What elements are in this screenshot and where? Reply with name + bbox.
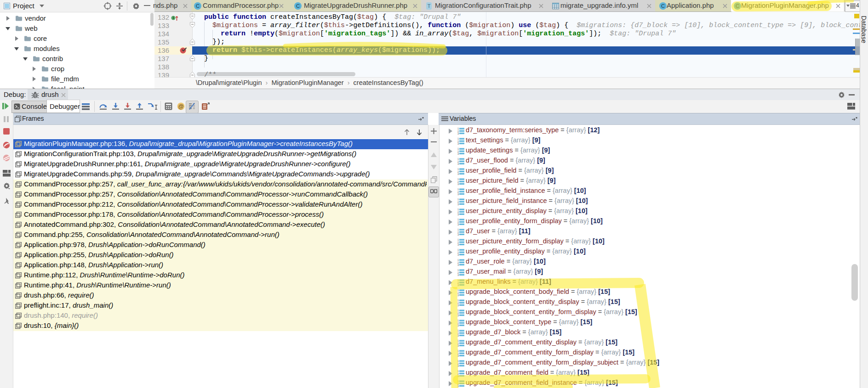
svg-text:3: 3 — [457, 385, 459, 387]
svg-text:3: 3 — [457, 243, 459, 246]
svg-text:3: 3 — [457, 213, 459, 215]
svg-text:3: 3 — [457, 183, 459, 185]
svg-text:3: 3 — [457, 264, 459, 266]
svg-text:3: 3 — [457, 203, 459, 205]
svg-text:3: 3 — [457, 132, 459, 135]
svg-text:C: C — [736, 3, 739, 9]
svg-text:3: 3 — [457, 274, 459, 276]
svg-text:3: 3 — [457, 284, 459, 286]
svg-text:3: 3 — [457, 193, 459, 195]
svg-text:3: 3 — [457, 375, 459, 377]
svg-text:3: 3 — [457, 173, 459, 175]
svg-text:3: 3 — [457, 314, 459, 316]
svg-text:3: 3 — [457, 334, 459, 337]
svg-text:@: @ — [178, 103, 183, 110]
svg-text:3: 3 — [457, 233, 459, 236]
svg-text:C: C — [661, 3, 665, 9]
svg-text:T: T — [428, 3, 431, 9]
svg-text:3: 3 — [457, 324, 459, 326]
svg-text:3: 3 — [457, 304, 459, 306]
svg-text:3: 3 — [457, 344, 459, 347]
svg-text:3: 3 — [457, 365, 459, 367]
svg-text:3: 3 — [457, 253, 459, 256]
svg-text:C: C — [296, 3, 300, 9]
svg-text:3: 3 — [457, 294, 459, 296]
svg-text:C: C — [196, 3, 200, 9]
svg-text:3: 3 — [457, 354, 459, 357]
svg-text:3: 3 — [457, 152, 459, 155]
svg-text:3: 3 — [457, 163, 459, 165]
svg-text:3: 3 — [457, 142, 459, 145]
svg-text:3: 3 — [457, 223, 459, 225]
